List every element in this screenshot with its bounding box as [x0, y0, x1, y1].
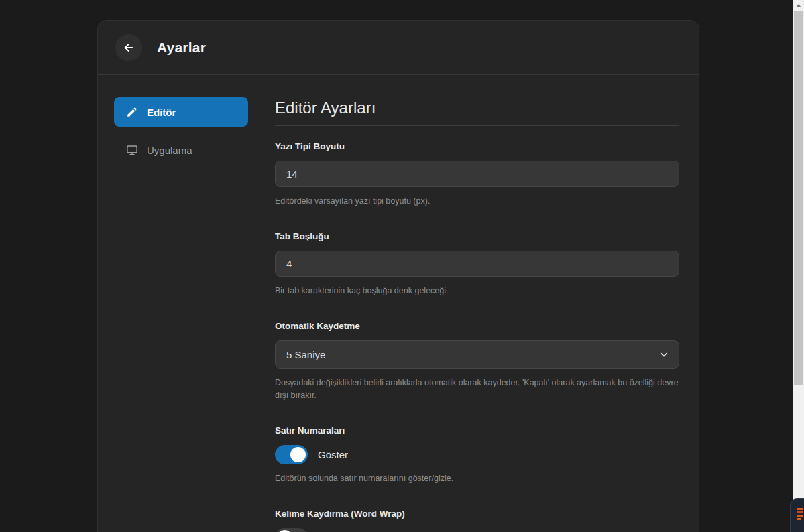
list-bars-icon	[797, 508, 803, 521]
title-divider	[275, 125, 679, 126]
word-wrap-toggle[interactable]	[275, 528, 308, 532]
setting-tab-spacing: Tab Boşluğu Bir tab karakterinin kaç boş…	[275, 231, 679, 297]
autosave-select[interactable]: 5 Saniye	[275, 340, 679, 369]
font-size-input[interactable]	[275, 161, 679, 187]
page-title: Ayarlar	[157, 40, 206, 56]
monitor-icon	[126, 144, 138, 156]
settings-card: Ayarlar Editör Uygulama	[97, 20, 699, 532]
setting-label: Tab Boşluğu	[275, 231, 679, 241]
setting-help: Bir tab karakterinin kaç boşluğa denk ge…	[275, 285, 679, 297]
setting-help: Editördeki varsayılan yazı tipi boyutu (…	[275, 195, 679, 208]
vertical-scrollbar	[793, 0, 804, 532]
back-button[interactable]	[115, 34, 142, 61]
arrow-left-icon	[123, 42, 135, 54]
settings-header: Ayarlar	[98, 21, 699, 75]
setting-label: Satır Numaraları	[275, 425, 679, 436]
scrollbar-thumb[interactable]	[794, 11, 803, 385]
toggle-state-label: Göster	[318, 449, 348, 460]
setting-label: Otomatik Kaydetme	[275, 321, 679, 331]
settings-panel: Editör Ayarları Yazı Tipi Boyutu Editörd…	[275, 97, 679, 532]
scroll-up-arrow-icon	[796, 4, 801, 7]
scrollbar-up-button[interactable]	[793, 0, 804, 11]
tab-spacing-input[interactable]	[275, 251, 679, 277]
setting-autosave: Otomatik Kaydetme 5 Saniye Dosyadaki değ…	[275, 321, 679, 402]
line-numbers-toggle[interactable]	[275, 445, 308, 464]
setting-word-wrap: Kelime Kaydırma (Word Wrap) Aktif	[275, 509, 679, 532]
sidebar-item-label: Editör	[147, 107, 176, 118]
section-title: Editör Ayarları	[275, 98, 679, 117]
sidebar-item-application[interactable]: Uygulama	[114, 135, 248, 165]
devtools-corner-widget[interactable]	[790, 498, 804, 532]
setting-label: Yazı Tipi Boyutu	[275, 141, 679, 151]
setting-line-numbers: Satır Numaraları Göster Editörün solunda…	[275, 425, 679, 485]
setting-help: Dosyadaki değişiklikleri belirli aralıkl…	[275, 377, 679, 402]
pencil-icon	[126, 106, 138, 118]
chevron-down-icon	[659, 350, 669, 359]
sidebar-item-editor[interactable]: Editör	[114, 97, 248, 127]
settings-sidebar: Editör Uygulama	[114, 97, 248, 532]
select-value: 5 Saniye	[286, 349, 325, 360]
setting-help: Editörün solunda satır numaralarını göst…	[275, 472, 679, 485]
setting-font-size: Yazı Tipi Boyutu Editördeki varsayılan y…	[275, 141, 679, 208]
toggle-knob	[290, 447, 306, 462]
setting-label: Kelime Kaydırma (Word Wrap)	[275, 509, 679, 519]
sidebar-item-label: Uygulama	[147, 145, 192, 156]
